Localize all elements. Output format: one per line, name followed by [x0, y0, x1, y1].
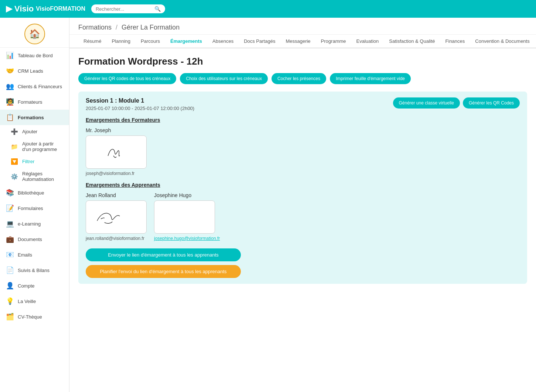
- sidebar-item-label: Clients & Financeurs: [18, 84, 62, 89]
- sidebar-sub-item-label: Ajouter: [22, 129, 37, 134]
- breadcrumb-current: Gérer La Formation: [122, 24, 180, 31]
- apprenant-email-1[interactable]: josephine.hugo@visioformation.fr: [154, 236, 220, 241]
- session-date: 2025-01-07 10:00:00 - 2025-01-07 12:00:0…: [86, 106, 194, 111]
- signature-box-joseph: [86, 135, 147, 169]
- tabs-bar: Résumé Planning Parcours Émargements Abs…: [69, 35, 536, 48]
- signature-box-josephine: [154, 200, 215, 234]
- sidebar-item-clients-financeurs[interactable]: 👥 Clients & Financeurs: [0, 79, 69, 94]
- search-input[interactable]: [96, 6, 152, 12]
- sidebar-item-label: Formulaires: [18, 206, 43, 211]
- sidebar-item-suivis-bilans[interactable]: 📄 Suivis & Bilans: [0, 262, 69, 278]
- suivis-bilans-icon: 📄: [6, 266, 14, 274]
- sidebar-item-cv-theque[interactable]: 🗂️ CV-Thèque: [0, 309, 69, 324]
- tab-planning[interactable]: Planning: [106, 35, 136, 48]
- planifier-envoi-button[interactable]: Planifier l'envoi du lien d'émargement à…: [86, 265, 241, 278]
- sidebar-item-label: CV-Thèque: [18, 314, 42, 320]
- logo-brand: VisioFORMATION: [36, 6, 85, 12]
- formateurs-section-title: Emargements des Formateurs: [86, 117, 520, 123]
- apprenants-section-title: Emargements des Apprenants: [86, 182, 520, 188]
- documents-icon: 💼: [6, 235, 14, 243]
- envoyer-lien-button[interactable]: Envoyer le lien d'émargement à tous les …: [86, 248, 241, 261]
- sidebar-sub-item-reglages[interactable]: ⚙️ Réglages Automatisation: [0, 168, 69, 185]
- sidebar-item-label: Formateurs: [18, 99, 42, 105]
- reglages-icon: ⚙️: [10, 173, 18, 180]
- tab-satisfaction-qualite[interactable]: Satisfaction & Qualité: [384, 35, 440, 48]
- tab-finances[interactable]: Finances: [440, 35, 470, 48]
- sidebar: 🏠 📊 Tableau de Bord 🤝 CRM Leads 👥 Client…: [0, 18, 69, 392]
- session-info: Session 1 : Module 1 2025-01-07 10:00:00…: [86, 97, 194, 111]
- search-box[interactable]: 🔍: [91, 4, 165, 13]
- sidebar-item-label: Compte: [18, 283, 35, 289]
- tab-messagerie[interactable]: Messagerie: [280, 35, 315, 48]
- cv-theque-icon: 🗂️: [6, 313, 14, 321]
- sidebar-item-label: e-Learning: [18, 221, 41, 227]
- sidebar-sub-item-label: Réglages Automatisation: [22, 171, 63, 182]
- tab-programme[interactable]: Programme: [316, 35, 351, 48]
- cocher-presences-button[interactable]: Cocher les présences: [272, 73, 326, 84]
- breadcrumb-formations: Formations: [78, 24, 112, 31]
- sidebar-item-tableau-de-bord[interactable]: 📊 Tableau de Bord: [0, 48, 69, 63]
- tab-absences[interactable]: Absences: [207, 35, 239, 48]
- signature-svg-jean: [86, 201, 146, 233]
- sidebar-sub-item-ajouter[interactable]: ➕ Ajouter: [0, 125, 69, 138]
- signature-svg-joseph: [86, 136, 146, 168]
- sidebar-item-label: Emails: [18, 252, 32, 258]
- formateur-joseph: Mr. Joseph joseph@visioformation.fr: [86, 127, 147, 176]
- tab-resume[interactable]: Résumé: [78, 35, 106, 48]
- ajouter-icon: ➕: [10, 128, 18, 135]
- search-icon: 🔍: [154, 6, 161, 12]
- generer-classe-virtuelle-button[interactable]: Générer une classe virtuelle: [393, 97, 460, 109]
- logo-area: ▶ VisioVisioFORMATION: [6, 4, 85, 14]
- la-veille-icon: 💡: [6, 297, 14, 305]
- sidebar-item-e-learning[interactable]: 💻 e-Learning: [0, 216, 69, 231]
- sidebar-item-crm-leads[interactable]: 🤝 CRM Leads: [0, 63, 69, 79]
- sidebar-item-label: La Veille: [18, 299, 36, 304]
- apprenant-name-0: Jean Rolland: [86, 192, 147, 198]
- tableau-de-bord-icon: 📊: [6, 51, 14, 59]
- apprenant-jean-rolland: Jean Rolland jean.rolland@visioformation…: [86, 192, 147, 241]
- choix-utilisateurs-button[interactable]: Choix des utilisateurs sur les créneaux: [180, 73, 267, 84]
- sidebar-item-bibliotheque[interactable]: 📚 Bibliothèque: [0, 185, 69, 200]
- formations-icon: 📋: [6, 113, 14, 121]
- page-content: Formation Wordpress - 12h Générer les QR…: [69, 48, 536, 299]
- sidebar-item-formateurs[interactable]: 🧑‍🏫 Formateurs: [0, 94, 69, 110]
- tab-evaluation[interactable]: Evaluation: [351, 35, 384, 48]
- page-title: Formation Wordpress - 12h: [78, 56, 527, 67]
- generate-qr-button[interactable]: Générer les QR codes de tous les créneau…: [78, 73, 176, 84]
- filtrer-icon: 🔽: [10, 158, 18, 165]
- e-learning-icon: 💻: [6, 220, 14, 228]
- sidebar-item-compte[interactable]: 👤 Compte: [0, 278, 69, 293]
- formateur-email: joseph@visioformation.fr: [86, 171, 147, 176]
- tab-convention-documents[interactable]: Convention & Documents: [470, 35, 535, 48]
- formateurs-row: Mr. Joseph joseph@visioformation.fr: [86, 127, 520, 176]
- sidebar-item-formulaires[interactable]: 📝 Formulaires: [0, 200, 69, 216]
- sidebar-sub-item-filtrer[interactable]: 🔽 Filtrer: [0, 155, 69, 168]
- apprenants-row: Jean Rolland jean.rolland@visioformation…: [86, 192, 520, 241]
- crm-leads-icon: 🤝: [6, 67, 14, 75]
- sidebar-item-emails[interactable]: 📧 Emails: [0, 247, 69, 262]
- imprimer-feuille-button[interactable]: Imprimer feuille d'émargement vide: [330, 73, 411, 84]
- tab-parcours[interactable]: Parcours: [136, 35, 165, 48]
- generer-qr-codes-button[interactable]: Générer les QR Codes: [463, 97, 520, 109]
- apprenant-email-0: jean.rolland@visioformation.fr: [86, 236, 147, 241]
- breadcrumb-sep: /: [116, 24, 117, 31]
- sidebar-item-label: CRM Leads: [18, 68, 43, 74]
- sidebar-item-label: Bibliothèque: [18, 190, 44, 196]
- bottom-buttons: Envoyer le lien d'émargement à tous les …: [86, 248, 241, 278]
- formateur-name: Mr. Joseph: [86, 127, 147, 133]
- sidebar-logo-area: 🏠: [0, 18, 69, 48]
- logo-vf-icon: ▶ Visio: [6, 4, 34, 14]
- formateurs-icon: 🧑‍🏫: [6, 98, 14, 106]
- sidebar-item-label: Formations: [18, 115, 44, 120]
- content-area: Formations / Gérer La Formation Résumé P…: [69, 18, 536, 392]
- clients-financeurs-icon: 👥: [6, 82, 14, 90]
- top-nav: ▶ VisioVisioFORMATION 🔍: [0, 0, 536, 18]
- tab-docs-partages[interactable]: Docs Partagés: [239, 35, 280, 48]
- sidebar-item-label: Suivis & Bilans: [18, 268, 49, 273]
- sidebar-item-la-veille[interactable]: 💡 La Veille: [0, 293, 69, 309]
- sidebar-sub-item-label: Filtrer: [22, 159, 34, 164]
- sidebar-item-formations[interactable]: 📋 Formations: [0, 110, 69, 125]
- sidebar-item-documents[interactable]: 💼 Documents: [0, 231, 69, 247]
- tab-emargements[interactable]: Émargements: [165, 35, 207, 48]
- sidebar-sub-item-ajouter-programme[interactable]: 📁 Ajouter à partir d'un programme: [0, 138, 69, 155]
